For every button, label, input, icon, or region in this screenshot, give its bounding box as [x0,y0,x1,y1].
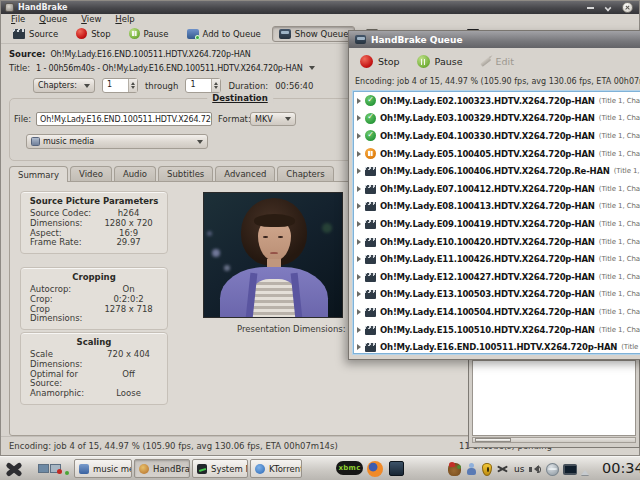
workspace-1[interactable] [38,464,49,473]
queue-row[interactable]: Oh!My.Lady.E07.100412.HDTV.X264.720p-HAN… [354,180,640,198]
spin-up-icon[interactable] [131,80,135,85]
queue-toolbar: Stop Pause Edit [349,48,640,75]
menu-view[interactable]: View [75,14,107,24]
scrollbar-thumb[interactable] [475,438,511,442]
queue-row[interactable]: Oh!My.Lady.E11.100426.HDTV.X264.720p-HAN… [354,250,640,268]
menu-help[interactable]: Help [109,14,140,24]
tab-advanced[interactable]: Advanced [215,166,275,182]
queue-row[interactable]: Oh!My.Lady.E08.100413.HDTV.X264.720p-HAN… [354,198,640,216]
row-expander-icon[interactable] [357,186,361,192]
show-queue-button[interactable]: Show Queue [272,26,356,42]
taskbar-item-music-media[interactable]: music media [74,459,132,478]
file-label: File: [14,114,31,124]
spin-down-icon[interactable] [131,86,135,91]
display-tray-icon[interactable] [563,464,577,475]
queue-row[interactable]: Oh!My.Lady.E12.100427.HDTV.X264.720p-HAN… [354,268,640,286]
firefox-launcher-icon[interactable] [367,461,383,477]
row-expander-icon[interactable] [357,274,361,280]
close-icon[interactable] [622,2,633,13]
mascot-tray-icon[interactable] [448,463,461,476]
source-button[interactable]: Source [6,26,65,42]
queue-status-icon [365,238,376,247]
panel-red-dot-icon [57,469,62,474]
tab-audio[interactable]: Audio [114,166,156,182]
taskbar-item-handbrake[interactable]: HandBrake [134,459,190,478]
row-expander-icon[interactable] [357,239,361,245]
firewall-shield-icon[interactable] [482,463,492,476]
row-expander-icon[interactable] [357,98,361,104]
chapter-end-stepper[interactable]: 1 [185,78,221,93]
row-expander-icon[interactable] [357,291,361,297]
queue-pause-button[interactable]: Pause [411,53,469,70]
preview-person-striped-shirt [251,279,297,318]
taskbar-item-system-monitor[interactable]: System Monitor [192,459,248,478]
terminal-launcher-icon[interactable] [389,461,404,476]
preset-combo[interactable]: music media [26,134,208,149]
row-expander-icon[interactable] [357,151,361,157]
horizontal-scrollbar[interactable] [472,437,636,443]
panel-green-dot-icon [65,471,69,475]
queue-item-name: Oh!My.Lady.E05.100405.HDTV.X264.720p-HAN [380,149,595,159]
queue-row[interactable]: Oh!My.Lady.E06.100406.HDTV.X264.720p.Re-… [354,162,640,180]
chapter-start-stepper[interactable]: 1 [102,78,138,93]
queue-row[interactable]: Oh!My.Lady.E04.100330.HDTV.X264.720p-HAN… [354,127,640,145]
restore-icon[interactable] [605,4,612,11]
tab-chapters[interactable]: Chapters [277,166,333,182]
volume-icon[interactable] [529,463,542,476]
queue-row[interactable]: Oh!My.Lady.E14.100504.HDTV.X264.720p-HAN… [354,303,640,321]
queue-titlebar[interactable]: HandBrake Queue [349,31,640,48]
row-expander-icon[interactable] [357,327,361,333]
add-to-queue-button[interactable]: Add to Queue [180,26,268,42]
menu-file[interactable]: File [5,14,31,24]
destination-file-input[interactable]: Oh!My.Lady.E16.END.100511.HDTV.X264.720p… [36,112,212,126]
panel-collapse-icon[interactable] [581,466,589,475]
tab-subtitles[interactable]: Subtitles [158,166,213,182]
row-expander-icon[interactable] [357,115,361,121]
tab-video[interactable]: Video [70,166,112,182]
row-expander-icon[interactable] [357,203,361,209]
queue-row[interactable]: Oh!My.Lady.E13.100503.HDTV.X264.720p-HAN… [354,286,640,304]
row-expander-icon[interactable] [357,133,361,139]
queue-row[interactable]: Oh!My.Lady.E15.100510.HDTV.X264.720p-HAN… [354,321,640,339]
queue-row[interactable]: Oh!My.Lady.E10.100420.HDTV.X264.720p-HAN… [354,233,640,251]
ktorrent-icon [255,464,265,474]
taskbar-item-ktorrent[interactable]: KTorrent [250,459,302,478]
main-titlebar[interactable]: HandBrake [1,1,639,14]
queue-item-name: Oh!My.Lady.E13.100503.HDTV.X264.720p-HAN [380,289,595,299]
menu-queue[interactable]: Queue [33,14,73,24]
xbmc-launcher[interactable]: xbmc [336,461,363,475]
minimize-icon[interactable] [587,7,594,9]
queue-stop-button[interactable]: Stop [354,53,406,70]
tab-summary[interactable]: Summary [9,166,68,183]
format-combo[interactable]: MKV [250,112,296,126]
queue-status-icon [365,273,376,282]
pause-button[interactable]: Pause [122,25,176,42]
row-expander-icon[interactable] [357,344,361,350]
row-expander-icon[interactable] [357,221,361,227]
spin-down-icon[interactable] [214,86,218,91]
clock[interactable]: 00:34 [602,460,640,476]
background-window[interactable] [468,356,640,448]
queue-row[interactable]: Oh!My.Lady.E09.100419.HDTV.X264.720p-HAN… [354,215,640,233]
queue-row[interactable]: Oh!My.Lady.E05.100405.HDTV.X264.720p-HAN… [354,145,640,163]
title-dropdown[interactable]: Title: 1 - 00h56m40s - Oh!My.Lady.E16.EN… [9,63,293,73]
queue-edit-button[interactable]: Edit [474,54,520,69]
queue-row[interactable]: Oh!My.Lady.E02.100323.HDTV.X264.720p-HAN… [354,92,640,110]
clipboard-scissors-icon[interactable] [496,463,509,476]
queue-list[interactable]: Oh!My.Lady.E02.100323.HDTV.X264.720p-HAN… [353,91,640,354]
spin-up-icon[interactable] [214,80,218,85]
music-media-icon [79,464,89,474]
network-globe-icon[interactable] [546,463,559,476]
row-expander-icon[interactable] [357,168,361,174]
xfce-menu-icon[interactable] [2,458,26,480]
stop-button[interactable]: Stop [69,25,117,42]
chapters-combo[interactable]: Chapters: [33,78,95,93]
parameter-row: Anamorphic: Loose [21,389,167,399]
row-expander-icon[interactable] [357,309,361,315]
keyboard-layout-indicator[interactable]: us [513,464,525,474]
queue-row[interactable]: Oh!My.Lady.E16.END.100511.HDTV.X264.720p… [354,338,640,354]
queue-row[interactable]: Oh!My.Lady.E03.100329.HDTV.X264.720p-HAN… [354,110,640,128]
format-label: Format: [218,114,251,124]
user-tray-icon[interactable] [465,463,478,476]
row-expander-icon[interactable] [357,256,361,262]
